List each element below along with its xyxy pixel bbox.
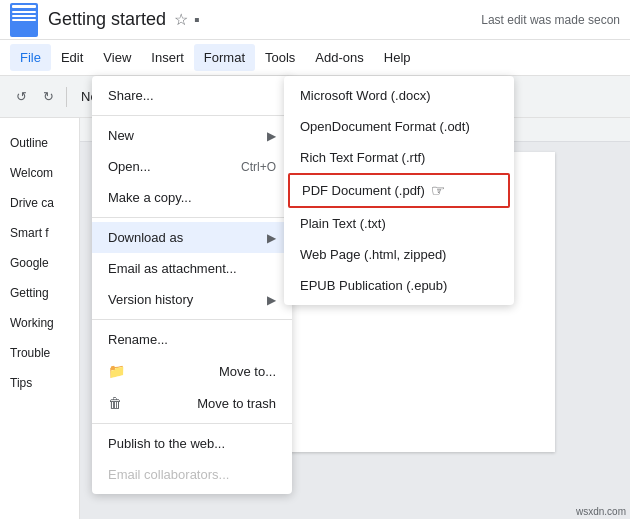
file-menu-copy[interactable]: Make a copy... [92, 182, 292, 213]
submenu-txt[interactable]: Plain Text (.txt) [284, 208, 514, 239]
title-actions: ☆ ▪ [174, 10, 200, 29]
file-menu-version[interactable]: Version history ▶ [92, 284, 292, 315]
sidebar-item-welcome[interactable]: Welcom [0, 158, 79, 188]
new-label: New [108, 128, 134, 143]
file-menu-dropdown: Share... New ▶ Open... Ctrl+O Make a cop… [92, 76, 292, 494]
folder-icon[interactable]: ▪ [194, 11, 200, 29]
file-menu-moveto[interactable]: 📁 Move to... [92, 355, 292, 387]
sidebar-item-getting[interactable]: Getting [0, 278, 79, 308]
publish-label: Publish to the web... [108, 436, 225, 451]
pdf-label: PDF Document (.pdf) [302, 183, 425, 198]
file-menu-emailcollab: Email collaborators... [92, 459, 292, 490]
trash-label: Move to trash [197, 396, 276, 411]
html-label: Web Page (.html, zipped) [300, 247, 446, 262]
version-label: Version history [108, 292, 193, 307]
menu-item-format[interactable]: Format [194, 44, 255, 71]
file-menu-email[interactable]: Email as attachment... [92, 253, 292, 284]
sidebar-item-tips[interactable]: Tips [0, 368, 79, 398]
menu-bar: File Edit View Insert Format Tools Add-o… [0, 40, 630, 76]
email-label: Email as attachment... [108, 261, 237, 276]
file-menu-trash[interactable]: 🗑 Move to trash [92, 387, 292, 419]
open-label: Open... [108, 159, 151, 174]
menu-item-tools[interactable]: Tools [255, 44, 305, 71]
sidebar-item-smart[interactable]: Smart f [0, 218, 79, 248]
watermark: wsxdn.com [576, 506, 626, 517]
share-label: Share... [108, 88, 154, 103]
file-menu-download[interactable]: Download as ▶ [92, 222, 292, 253]
submenu-docx[interactable]: Microsoft Word (.docx) [284, 80, 514, 111]
dropdown-divider-1 [92, 115, 292, 116]
submenu-rtf[interactable]: Rich Text Format (.rtf) [284, 142, 514, 173]
cursor-hand-icon: ☞ [431, 181, 445, 200]
sidebar-item-working[interactable]: Working [0, 308, 79, 338]
file-menu-new[interactable]: New ▶ [92, 120, 292, 151]
download-submenu: Microsoft Word (.docx) OpenDocument Form… [284, 76, 514, 305]
title-bar: Getting started ☆ ▪ Last edit was made s… [0, 0, 630, 40]
menu-item-view[interactable]: View [93, 44, 141, 71]
menu-item-edit[interactable]: Edit [51, 44, 93, 71]
file-menu-share[interactable]: Share... [92, 80, 292, 111]
sidebar-item-trouble[interactable]: Trouble [0, 338, 79, 368]
menu-item-insert[interactable]: Insert [141, 44, 194, 71]
menu-item-file[interactable]: File [10, 44, 51, 71]
star-icon[interactable]: ☆ [174, 10, 188, 29]
dropdown-divider-4 [92, 423, 292, 424]
open-shortcut: Ctrl+O [241, 160, 276, 174]
moveto-label: Move to... [219, 364, 276, 379]
submenu-html[interactable]: Web Page (.html, zipped) [284, 239, 514, 270]
menu-item-help[interactable]: Help [374, 44, 421, 71]
submenu-odt[interactable]: OpenDocument Format (.odt) [284, 111, 514, 142]
submenu-pdf[interactable]: PDF Document (.pdf) ☞ [288, 173, 510, 208]
undo-button[interactable]: ↺ [10, 85, 33, 108]
toolbar-divider-1 [66, 87, 67, 107]
new-arrow: ▶ [267, 129, 276, 143]
dropdown-divider-2 [92, 217, 292, 218]
dropdown-divider-3 [92, 319, 292, 320]
copy-label: Make a copy... [108, 190, 192, 205]
rename-label: Rename... [108, 332, 168, 347]
menu-item-addons[interactable]: Add-ons [305, 44, 373, 71]
epub-label: EPUB Publication (.epub) [300, 278, 447, 293]
last-edit-text: Last edit was made secon [481, 13, 620, 27]
sidebar: Outline Welcom Drive ca Smart f Google G… [0, 118, 80, 519]
redo-button[interactable]: ↻ [37, 85, 60, 108]
trash-icon: 🗑 [108, 395, 124, 411]
emailcollab-label: Email collaborators... [108, 467, 229, 482]
docx-label: Microsoft Word (.docx) [300, 88, 431, 103]
download-arrow: ▶ [267, 231, 276, 245]
download-label: Download as [108, 230, 183, 245]
sidebar-item-outline[interactable]: Outline [0, 128, 79, 158]
submenu-epub[interactable]: EPUB Publication (.epub) [284, 270, 514, 301]
file-menu-rename[interactable]: Rename... [92, 324, 292, 355]
sidebar-item-google[interactable]: Google [0, 248, 79, 278]
doc-title: Getting started [48, 9, 166, 30]
folder-move-icon: 📁 [108, 363, 124, 379]
file-menu-open[interactable]: Open... Ctrl+O [92, 151, 292, 182]
version-arrow: ▶ [267, 293, 276, 307]
txt-label: Plain Text (.txt) [300, 216, 386, 231]
rtf-label: Rich Text Format (.rtf) [300, 150, 425, 165]
odt-label: OpenDocument Format (.odt) [300, 119, 470, 134]
doc-icon [10, 3, 38, 37]
sidebar-item-drive[interactable]: Drive ca [0, 188, 79, 218]
file-menu-publish[interactable]: Publish to the web... [92, 428, 292, 459]
